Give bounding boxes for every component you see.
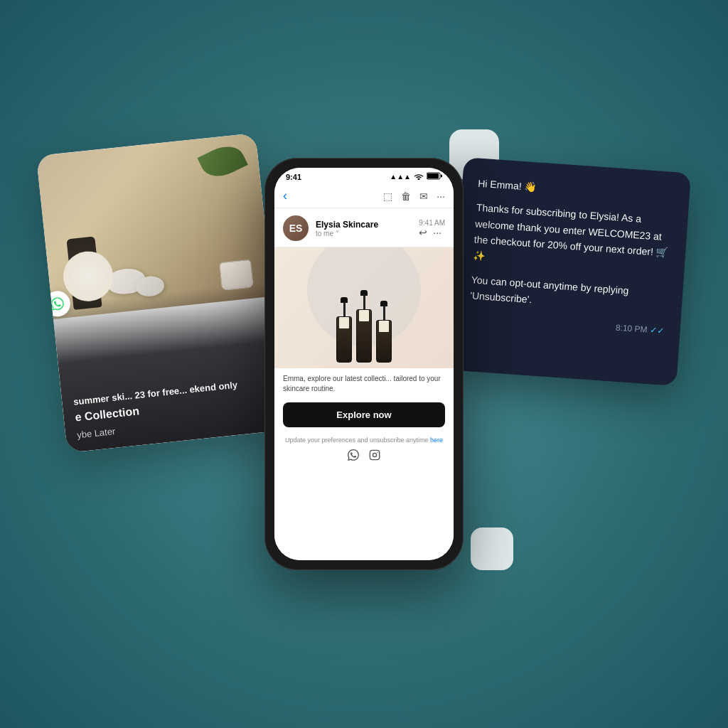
decorative-square-2 [471,528,513,570]
instagram-social-icon[interactable] [369,449,380,463]
sms-greeting: Hi Emma! 👋 [478,176,675,205]
status-time: 9:41 [286,173,301,181]
email-time: 9:41 AM ↩ ··· [419,219,445,238]
bottle-2 [356,290,372,363]
archive-icon[interactable]: ⬚ [383,191,392,202]
bottle-3 [376,301,392,363]
svg-point-5 [377,451,378,452]
email-body: Emma, explore our latest collecti... tai… [274,247,454,560]
explore-btn-label: Explore now [336,410,391,420]
svg-rect-2 [441,175,442,178]
sms-body-1: Thanks for subscribing to Elysia! As a w… [472,200,673,277]
left-social-card: summer ski... 23 for free... ekend only … [36,133,287,453]
scene: summer ski... 23 for free... ekend only … [73,87,655,641]
whatsapp-social-icon[interactable] [348,449,359,463]
card-overlay: summer ski... 23 for free... ekend only … [52,282,287,453]
bottle-label-3 [379,321,389,332]
bottle-body-2 [356,309,372,363]
footer-link[interactable]: here [430,437,443,444]
read-receipt-icon: ✓✓ [650,325,665,336]
reply-icon[interactable]: ↩ [419,227,427,238]
sms-timestamp: 8:10 PM ✓✓ [469,312,665,336]
reply-icons: ↩ ··· [419,227,445,238]
bottle-1 [336,297,352,363]
email-description: Emma, explore our latest collecti... tai… [283,374,445,394]
email-header: ES Elysia Skincare to me ˅ 9:41 AM ↩ ··· [274,208,454,247]
email-footer: Update your preferences and unsubscribe … [274,432,454,470]
email-toolbar: ‹ ⬚ 🗑 ✉ ··· [274,184,454,208]
bottle-dropper-3 [383,306,385,320]
bottle-label-1 [339,317,349,328]
email-hero-image [274,247,454,368]
bottle-dropper-2 [363,295,365,309]
footer-text: Update your preferences and unsubscribe … [283,436,445,445]
sms-message-text: Hi Emma! 👋 Thanks for subscribing to Ely… [470,176,675,318]
status-right-icons: ▲▲▲ [390,172,442,181]
svg-rect-3 [370,450,379,459]
sms-time-value: 8:10 PM [615,322,648,334]
bottle-body-3 [376,320,392,363]
email-timestamp: 9:41 AM [419,219,445,227]
social-icons [283,449,445,463]
signal-icon: ▲▲▲ [390,173,411,181]
sender-to: to me ˅ [316,230,412,237]
more-icon[interactable]: ··· [437,191,445,202]
svg-point-4 [373,453,376,456]
sender-info: Elysia Skincare to me ˅ [316,220,412,237]
wifi-icon [414,173,424,181]
leaf-decoration [197,139,247,183]
explore-now-button[interactable]: Explore now [283,402,445,427]
battery-icon [427,172,442,181]
sms-body-2: You can opt-out anytime by replying 'Uns… [470,272,668,317]
footer-static-text: Update your preferences and unsubscribe … [285,437,429,444]
sender-name: Elysia Skincare [316,220,412,230]
more-icon-2[interactable]: ··· [433,227,441,238]
sms-card: Hi Emma! 👋 Thanks for subscribing to Ely… [449,157,691,386]
bottle-body-1 [336,316,352,363]
back-button[interactable]: ‹ [283,188,287,203]
toolbar-action-icons: ⬚ 🗑 ✉ ··· [383,191,445,202]
email-content-text: Emma, explore our latest collecti... tai… [274,368,454,398]
svg-rect-1 [427,173,439,178]
bottle-dropper-1 [343,302,346,316]
mail-icon[interactable]: ✉ [419,191,428,202]
product-bottles [336,290,392,363]
sender-avatar: ES [283,215,309,241]
home-indicator [332,552,396,555]
phone-mockup: 9:41 ▲▲▲ ‹ ⬚ 🗑 ✉ ··· [264,158,464,570]
delete-icon[interactable]: 🗑 [401,191,411,202]
status-bar: 9:41 ▲▲▲ [274,168,454,184]
phone-screen: 9:41 ▲▲▲ ‹ ⬚ 🗑 ✉ ··· [274,168,454,560]
bottle-label-2 [359,310,369,321]
avatar-initials: ES [289,223,303,234]
